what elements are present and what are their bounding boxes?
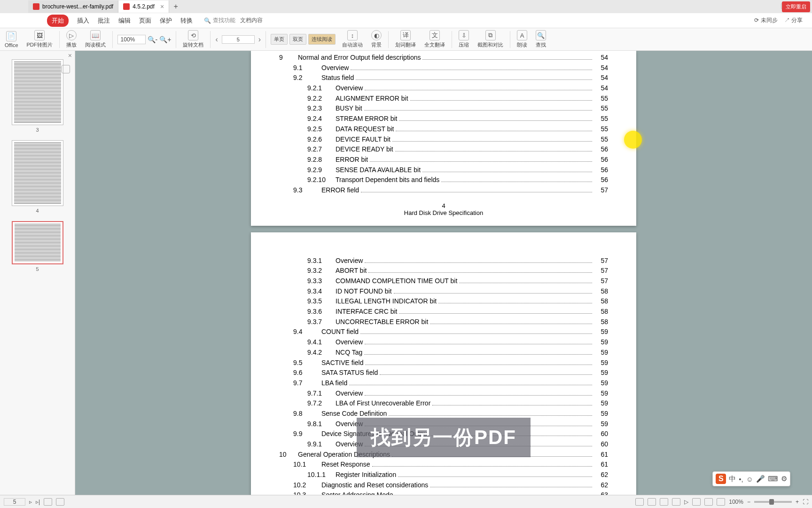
ime-lang-icon[interactable]: 中: [729, 475, 736, 484]
toc-title: Sector Addressing Mode: [321, 490, 393, 495]
toc-entry: 9.2.7DEVICE READY bit56: [279, 144, 608, 155]
toc-title: ERROR bit: [336, 155, 368, 165]
full-translate-button[interactable]: 文全文翻译: [422, 30, 447, 48]
toc-page: 57: [594, 185, 608, 196]
double-page-button[interactable]: 双页: [289, 34, 306, 45]
toc-title: COUNT field: [321, 327, 359, 337]
menu-item[interactable]: 转换: [180, 16, 193, 25]
close-panel-icon[interactable]: ×: [68, 52, 72, 59]
status-view4-icon[interactable]: [672, 498, 680, 506]
find-button[interactable]: 🔍查找: [534, 30, 548, 48]
close-icon[interactable]: ×: [160, 3, 164, 10]
ime-mic-icon[interactable]: 🎤: [756, 475, 765, 483]
toc-page: 60: [594, 439, 608, 450]
auto-scroll-button[interactable]: ↕自动滚动: [340, 30, 365, 48]
menu-item[interactable]: 插入: [77, 16, 89, 25]
ime-keyboard-icon[interactable]: ⌨: [768, 475, 778, 483]
zoom-out-icon[interactable]: 🔍-: [148, 36, 158, 43]
page-thumbnail[interactable]: [12, 221, 63, 264]
toc-page: 59: [594, 337, 608, 348]
sync-status[interactable]: ⟳ 未同步: [754, 16, 777, 24]
status-layout2-icon[interactable]: [56, 498, 64, 506]
status-zoom-in-icon[interactable]: +: [796, 499, 799, 505]
read-mode-button[interactable]: 📖阅读模式: [83, 30, 108, 48]
page-number-input[interactable]: 5: [222, 35, 255, 44]
toc-title: BUSY bit: [336, 103, 362, 114]
menu-item[interactable]: 页面: [139, 16, 151, 25]
new-tab-button[interactable]: +: [169, 2, 182, 11]
next-page-button[interactable]: ›: [258, 35, 261, 44]
toc-page: 61: [594, 460, 608, 470]
toc-number: 9.2.10: [307, 175, 336, 185]
background-button[interactable]: ◐背景: [369, 30, 383, 48]
page-thumbnail[interactable]: [12, 140, 63, 206]
pdf-to-image-button[interactable]: 🖼PDF转图片: [25, 30, 55, 48]
status-view1-icon[interactable]: [635, 498, 644, 506]
status-last-page-icon[interactable]: ▹|: [36, 499, 40, 505]
toc-title: Normal and Error Output field descriptio…: [298, 53, 421, 63]
screenshot-compare-button[interactable]: ⧉截图和对比: [476, 30, 505, 48]
toc-entry: 9.3.2ABORT bit57: [279, 266, 608, 276]
page-area[interactable]: 9Normal and Error Output field descripti…: [75, 51, 812, 495]
toc-page: 56: [594, 175, 608, 185]
menu-item[interactable]: 保护: [160, 16, 172, 25]
toc-title: Status field: [321, 73, 354, 83]
toc-number: 9.2.8: [307, 155, 336, 165]
zoom-level[interactable]: 100%: [117, 35, 146, 44]
menu-item[interactable]: 编辑: [118, 16, 131, 25]
toc-title: Register Initialization: [336, 470, 396, 480]
single-page-button[interactable]: 单页: [271, 34, 288, 45]
sogou-icon[interactable]: S: [716, 474, 726, 484]
zoom-in-icon[interactable]: 🔍+: [159, 36, 171, 43]
toc-title: ILLEGAL LENGTH INDICATOR bit: [336, 296, 437, 307]
status-view2-icon[interactable]: [648, 498, 656, 506]
search-box[interactable]: 🔍 查找功能 文档内容: [204, 16, 263, 24]
continuous-button[interactable]: 连续阅读: [308, 34, 336, 45]
compress-button[interactable]: ⇩压缩: [457, 30, 471, 48]
tab[interactable]: brochure-west...er-family.pdf: [28, 0, 118, 13]
share-button[interactable]: ↗ 分享: [784, 16, 803, 24]
ime-emoji-icon[interactable]: ☺: [746, 475, 753, 483]
zoom-slider[interactable]: [754, 501, 792, 503]
toolbar: 📄Office 🖼PDF转图片 ▷播放 📖阅读模式 100% 🔍- 🔍+ ⟲旋转…: [0, 28, 812, 51]
page-thumbnail[interactable]: [12, 59, 63, 125]
toc-entry: 9.3.3COMMAND COMPLETION TIME OUT bit57: [279, 276, 608, 286]
toc-number: 9.2.3: [307, 103, 336, 114]
toc-page: 54: [594, 83, 608, 94]
toc-title: DEVICE READY bit: [336, 144, 393, 155]
upgrade-button[interactable]: 立即重启: [782, 1, 810, 12]
status-grid1-icon[interactable]: [692, 498, 701, 506]
read-aloud-button[interactable]: A朗读: [515, 30, 529, 48]
status-fullscreen-icon[interactable]: ⛶: [803, 499, 808, 505]
rotate-button[interactable]: ⟲旋转文档: [181, 30, 205, 48]
status-grid3-icon[interactable]: [717, 498, 725, 506]
menu-item[interactable]: 开始: [47, 15, 69, 27]
toc-number: 9.4: [293, 327, 321, 337]
toc-number: 9.7.1: [307, 389, 336, 399]
status-layout1-icon[interactable]: [44, 498, 52, 506]
toc-page: 56: [594, 165, 608, 175]
status-next-page-icon[interactable]: ▹: [29, 499, 32, 505]
ime-settings-icon[interactable]: ⚙: [781, 475, 787, 483]
toc-entry: 9.2.3BUSY bit55: [279, 103, 608, 114]
prev-page-button[interactable]: ‹: [215, 35, 218, 44]
office-button[interactable]: 📄Office: [3, 31, 20, 48]
status-zoom-out-icon[interactable]: −: [747, 499, 750, 505]
menu-item[interactable]: 批注: [98, 16, 110, 25]
ime-toolbar[interactable]: S 中 •, ☺ 🎤 ⌨ ⚙: [712, 471, 790, 486]
tab[interactable]: 4.5.2.pdf×: [118, 0, 169, 13]
status-play-icon[interactable]: ▷: [684, 499, 688, 505]
status-page-input[interactable]: 5: [4, 498, 25, 506]
toc-number: 9.4.2: [307, 348, 336, 358]
ime-punct-icon[interactable]: •,: [739, 475, 743, 483]
page-footer-title: Hard Disk Drive Specification: [279, 209, 608, 216]
doc-search-label[interactable]: 文档内容: [240, 16, 263, 24]
play-button[interactable]: ▷播放: [64, 30, 78, 48]
toc-page: 60: [594, 429, 608, 439]
status-view3-icon[interactable]: [660, 498, 668, 506]
toc-number: 9.2.4: [307, 114, 336, 124]
word-translate-button[interactable]: 译划词翻译: [393, 30, 418, 48]
toc-entry: 9.2.10Transport Dependent bits and field…: [279, 175, 608, 185]
image-mode-icon[interactable]: [62, 65, 70, 73]
status-grid2-icon[interactable]: [704, 498, 713, 506]
